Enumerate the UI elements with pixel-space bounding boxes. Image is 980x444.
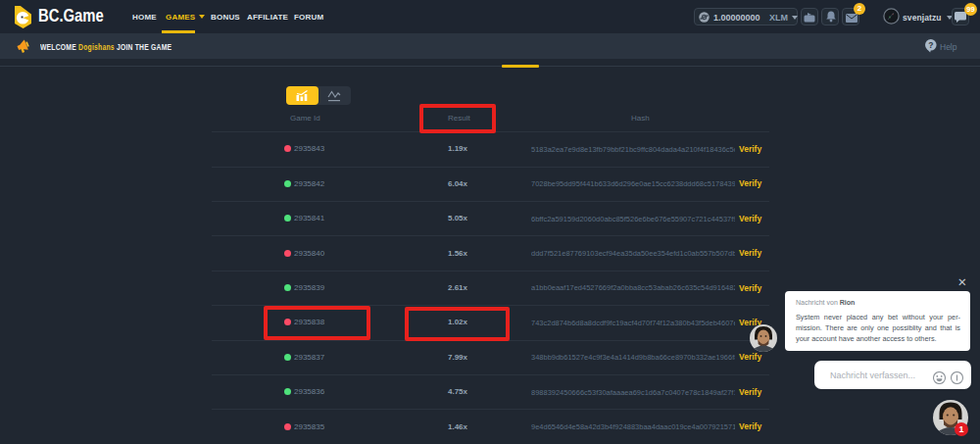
svg-text:?: ?: [928, 40, 933, 50]
